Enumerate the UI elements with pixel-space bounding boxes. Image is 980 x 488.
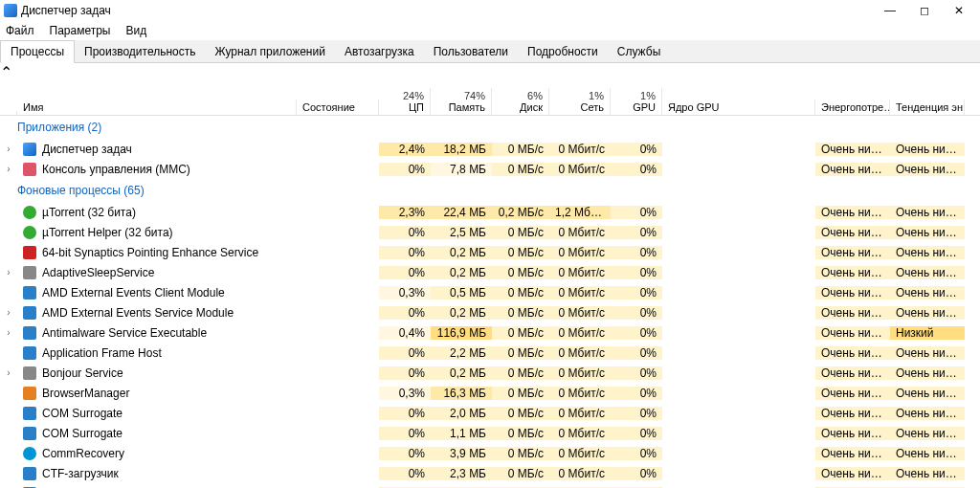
process-row[interactable]: ›Диспетчер задач2,4%18,2 МБ0 МБ/с0 Мбит/… [0, 139, 980, 159]
col-gpu-engine[interactable]: Ядро GPU [662, 100, 815, 115]
trend-cell: Очень низкое [890, 226, 965, 239]
mem-cell: 22,4 МБ [431, 206, 492, 219]
process-row[interactable]: 64-bit Synaptics Pointing Enhance Servic… [0, 242, 980, 262]
disk-cell: 0 МБ/с [492, 306, 549, 320]
process-name-cell: Bonjour Service [17, 366, 297, 380]
net-cell: 0 Мбит/с [549, 427, 611, 440]
disk-cell: 0 МБ/с [492, 226, 549, 239]
close-button[interactable]: ✕ [942, 4, 976, 17]
process-row[interactable]: µTorrent (32 бита)2,3%22,4 МБ0,2 МБ/с1,2… [0, 202, 980, 222]
power-cell: Очень низкое [815, 407, 890, 420]
menu-file[interactable]: Файл [6, 24, 34, 37]
cpu-cell: 0,3% [379, 387, 431, 400]
mem-cell: 1,1 МБ [431, 427, 492, 440]
disk-cell: 0 МБ/с [492, 447, 549, 460]
tab-users[interactable]: Пользователи [424, 41, 518, 62]
col-name[interactable]: Имя [17, 100, 297, 115]
menu-view[interactable]: Вид [125, 24, 146, 37]
cpu-cell: 0% [379, 306, 431, 320]
power-cell: Очень низкое [815, 206, 890, 219]
mem-cell: 0,2 МБ [431, 306, 492, 320]
tab-performance[interactable]: Производительность [75, 41, 205, 62]
col-network[interactable]: 1%Сеть [549, 88, 611, 115]
gpu-cell: 0% [611, 306, 662, 320]
process-icon [23, 427, 36, 440]
menu-options[interactable]: Параметры [50, 24, 111, 37]
group-background[interactable]: Фоновые процессы (65) [0, 179, 980, 202]
process-row[interactable]: CTF-загрузчик0%2,3 МБ0 МБ/с0 Мбит/с0%Оче… [0, 463, 980, 483]
process-row[interactable]: Application Frame Host0%2,2 МБ0 МБ/с0 Мб… [0, 343, 980, 363]
process-name-cell: Application Frame Host [17, 346, 297, 360]
mem-cell: 0,2 МБ [431, 366, 492, 380]
group-apps[interactable]: Приложения (2) [0, 116, 980, 139]
menu-bar: Файл Параметры Вид [0, 21, 980, 40]
net-cell: 0 Мбит/с [549, 447, 611, 460]
col-gpu[interactable]: 1%GPU [611, 88, 662, 115]
col-status[interactable]: Состояние [297, 100, 379, 115]
disk-cell: 0 МБ/с [492, 366, 549, 380]
process-icon [23, 326, 36, 340]
trend-cell: Очень низкое [890, 206, 965, 219]
minimize-button[interactable]: — [873, 4, 907, 17]
net-cell: 0 Мбит/с [549, 226, 611, 239]
disk-cell: 0 МБ/с [492, 407, 549, 420]
expand-icon[interactable]: › [0, 307, 17, 318]
process-row[interactable]: CommRecovery0%3,9 МБ0 МБ/с0 Мбит/с0%Очен… [0, 443, 980, 463]
tab-app-history[interactable]: Журнал приложений [206, 41, 335, 62]
process-row[interactable]: COM Surrogate0%1,1 МБ0 МБ/с0 Мбит/с0%Оче… [0, 423, 980, 443]
disk-cell: 0 МБ/с [492, 387, 549, 400]
col-disk[interactable]: 6%Диск [492, 88, 549, 115]
tab-processes[interactable]: Процессы [0, 40, 75, 63]
process-icon [23, 387, 36, 400]
trend-cell: Низкий [890, 326, 965, 340]
process-icon [23, 306, 36, 320]
process-row[interactable]: µTorrent Helper (32 бита)0%2,5 МБ0 МБ/с0… [0, 222, 980, 242]
process-row[interactable]: BrowserManager0,3%16,3 МБ0 МБ/с0 Мбит/с0… [0, 383, 980, 403]
expand-icon[interactable]: › [0, 327, 17, 338]
process-list: Приложения (2) ›Диспетчер задач2,4%18,2 … [0, 116, 980, 488]
process-icon [23, 163, 36, 176]
process-row[interactable]: ›AdaptiveSleepService0%0,2 МБ0 МБ/с0 Мби… [0, 262, 980, 282]
process-row[interactable]: ›AMD External Events Service Module0%0,2… [0, 302, 980, 322]
col-power[interactable]: Энергопотре… [815, 100, 890, 115]
process-row[interactable]: AMD External Events Client Module0,3%0,5… [0, 282, 980, 302]
expand-icon[interactable]: › [0, 144, 17, 154]
process-row[interactable]: ›Консоль управления (MMC)0%7,8 МБ0 МБ/с0… [0, 159, 980, 179]
trend-cell: Очень низкое [890, 447, 965, 460]
process-name-cell: CommRecovery [17, 447, 297, 460]
net-cell: 0 Мбит/с [549, 366, 611, 380]
expand-icon[interactable]: › [0, 267, 17, 277]
disk-cell: 0 МБ/с [492, 246, 549, 259]
maximize-button[interactable]: ◻ [907, 4, 942, 17]
cpu-cell: 0% [379, 467, 431, 480]
mem-cell: 7,8 МБ [431, 163, 492, 176]
process-icon [23, 346, 36, 360]
process-row[interactable]: ›Antimalware Service Executable0,4%116,9… [0, 322, 980, 343]
tab-details[interactable]: Подробности [518, 41, 608, 62]
col-cpu[interactable]: 24%ЦП [379, 88, 431, 115]
expand-icon[interactable]: › [0, 367, 17, 378]
expand-icon[interactable]: › [0, 164, 17, 174]
trend-cell: Очень низкое [890, 163, 965, 176]
tab-services[interactable]: Службы [608, 41, 670, 62]
process-row[interactable]: Device Association Framework Provider Ho… [0, 483, 980, 488]
trend-cell: Очень низкое [890, 366, 965, 380]
disk-cell: 0 МБ/с [492, 163, 549, 176]
net-cell: 0 Мбит/с [549, 143, 611, 156]
power-cell: Очень низкое [815, 286, 890, 299]
gpu-cell: 0% [611, 206, 662, 219]
process-icon [23, 246, 36, 259]
process-name-cell: AMD External Events Client Module [17, 286, 297, 299]
col-memory[interactable]: 74%Память [431, 88, 492, 115]
cpu-cell: 0% [379, 163, 431, 176]
gpu-cell: 0% [611, 326, 662, 340]
process-row[interactable]: ›Bonjour Service0%0,2 МБ0 МБ/с0 Мбит/с0%… [0, 363, 980, 383]
disk-cell: 0 МБ/с [492, 467, 549, 480]
tab-startup[interactable]: Автозагрузка [335, 41, 424, 62]
process-row[interactable]: COM Surrogate0%2,0 МБ0 МБ/с0 Мбит/с0%Оче… [0, 403, 980, 423]
disk-cell: 0 МБ/с [492, 346, 549, 360]
mem-cell: 0,5 МБ [431, 286, 492, 299]
col-power-trend[interactable]: Тенденция эн… [890, 100, 965, 115]
power-cell: Очень низкое [815, 387, 890, 400]
process-icon [23, 286, 36, 299]
